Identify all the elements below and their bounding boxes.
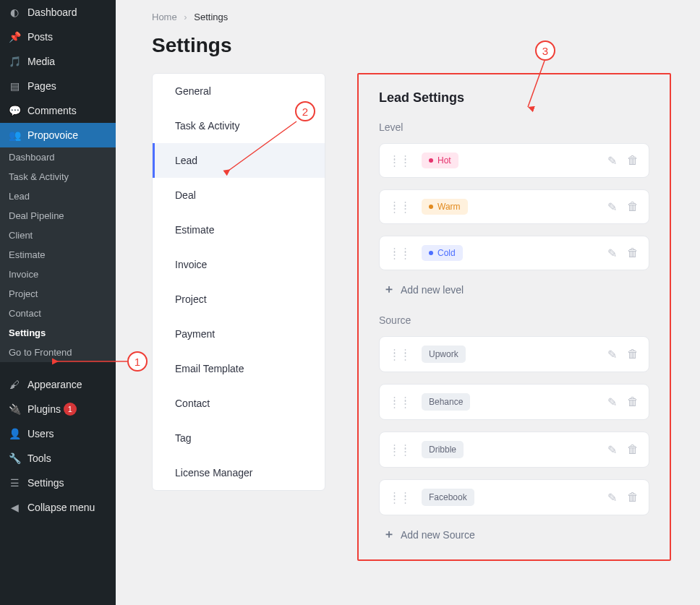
- tab-deal[interactable]: Deal: [153, 178, 325, 213]
- level-pill: Cold: [422, 245, 463, 261]
- plus-icon: ＋: [383, 282, 395, 297]
- level-item-cold: Cold ✎ 🗑: [379, 236, 649, 270]
- edit-icon[interactable]: ✎: [607, 395, 617, 409]
- edit-icon[interactable]: ✎: [607, 246, 617, 260]
- annotation-3: 3: [535, 40, 555, 61]
- menu-comments[interactable]: 💬Comments: [0, 98, 116, 123]
- user-icon: 👤: [7, 427, 22, 440]
- breadcrumb-home[interactable]: Home: [152, 12, 177, 22]
- dashboard-icon: ◐: [7, 6, 22, 19]
- menu-media[interactable]: 🎵Media: [0, 49, 116, 74]
- media-icon: 🎵: [7, 55, 22, 68]
- add-source-button[interactable]: ＋ Add new Source: [383, 527, 649, 542]
- wp-admin-sidebar: ◐Dashboard 📌Posts 🎵Media ▤Pages 💬Comment…: [0, 0, 116, 605]
- tab-contact[interactable]: Contact: [153, 386, 325, 421]
- edit-icon[interactable]: ✎: [607, 154, 617, 168]
- tab-invoice[interactable]: Invoice: [153, 247, 325, 282]
- collapse-icon: ◀: [7, 501, 22, 514]
- submenu-project[interactable]: Project: [0, 284, 116, 304]
- edit-icon[interactable]: ✎: [607, 200, 617, 214]
- submenu-frontend[interactable]: Go to Frontend: [0, 343, 116, 362]
- drag-handle-icon[interactable]: [390, 249, 411, 257]
- submenu-estimate[interactable]: Estimate: [0, 245, 116, 265]
- delete-icon[interactable]: 🗑: [627, 491, 639, 505]
- section-level-label: Level: [379, 121, 649, 133]
- drag-handle-icon[interactable]: [390, 446, 411, 453]
- delete-icon[interactable]: 🗑: [627, 395, 639, 409]
- settings-tabs: General Task & Activity Lead Deal Estima…: [152, 73, 325, 491]
- source-pill: Upwork: [422, 346, 466, 363]
- brush-icon: 🖌: [7, 378, 22, 391]
- menu-appearance[interactable]: 🖌Appearance: [0, 372, 116, 397]
- source-item: Dribble ✎ 🗑: [379, 432, 649, 468]
- tab-license-manager[interactable]: License Manager: [153, 455, 325, 490]
- tab-estimate[interactable]: Estimate: [153, 213, 325, 247]
- dot-icon: [429, 158, 433, 163]
- submenu-settings[interactable]: Settings: [0, 323, 116, 343]
- drag-handle-icon[interactable]: [390, 398, 411, 406]
- menu-propovoice[interactable]: 👥Propovoice: [0, 123, 116, 147]
- add-level-button[interactable]: ＋ Add new level: [383, 282, 649, 297]
- source-pill: Behance: [422, 393, 470, 411]
- drag-handle-icon[interactable]: [390, 351, 411, 358]
- propovoice-submenu: Dashboard Task & Activity Lead Deal Pipe…: [0, 147, 116, 362]
- pages-icon: ▤: [7, 80, 22, 93]
- source-item: Facebook ✎ 🗑: [379, 479, 649, 515]
- edit-icon[interactable]: ✎: [607, 491, 617, 505]
- tab-payment[interactable]: Payment: [153, 317, 325, 351]
- breadcrumb-current: Settings: [194, 12, 228, 22]
- menu-plugins[interactable]: 🔌Plugins1: [0, 397, 116, 421]
- delete-icon[interactable]: 🗑: [627, 443, 639, 457]
- wp-menu: ◐Dashboard 📌Posts 🎵Media ▤Pages 💬Comment…: [0, 0, 116, 147]
- tab-email-template[interactable]: Email Template: [153, 351, 325, 386]
- submenu-contact[interactable]: Contact: [0, 304, 116, 323]
- source-item: Upwork ✎ 🗑: [379, 336, 649, 372]
- delete-icon[interactable]: 🗑: [627, 246, 639, 260]
- delete-icon[interactable]: 🗑: [627, 348, 639, 361]
- content: Home › Settings Settings General Task & …: [116, 0, 700, 605]
- submenu-client[interactable]: Client: [0, 226, 116, 245]
- menu-settings[interactable]: ☰Settings: [0, 471, 116, 495]
- submenu-task-activity[interactable]: Task & Activity: [0, 167, 116, 186]
- delete-icon[interactable]: 🗑: [627, 154, 639, 168]
- delete-icon[interactable]: 🗑: [627, 200, 639, 214]
- menu-tools[interactable]: 🔧Tools: [0, 446, 116, 471]
- drag-handle-icon[interactable]: [390, 157, 411, 164]
- comments-icon: 💬: [7, 104, 22, 117]
- drag-handle-icon[interactable]: [390, 203, 411, 210]
- drag-handle-icon[interactable]: [390, 494, 411, 501]
- menu-pages[interactable]: ▤Pages: [0, 74, 116, 98]
- source-pill: Facebook: [422, 489, 474, 506]
- submenu-dashboard[interactable]: Dashboard: [0, 147, 116, 167]
- pin-icon: 📌: [7, 30, 22, 43]
- tab-project[interactable]: Project: [153, 282, 325, 317]
- annotation-2: 2: [295, 101, 315, 121]
- level-pill: Warm: [422, 199, 468, 215]
- menu-dashboard[interactable]: ◐Dashboard: [0, 0, 116, 25]
- tab-tag[interactable]: Tag: [153, 421, 325, 455]
- annotation-1: 1: [127, 351, 148, 372]
- lead-settings-panel: Lead Settings Level Hot ✎ 🗑: [357, 73, 671, 561]
- section-source-label: Source: [379, 314, 649, 326]
- dot-icon: [429, 251, 433, 255]
- edit-icon[interactable]: ✎: [607, 443, 617, 457]
- submenu-lead[interactable]: Lead: [0, 186, 116, 206]
- tab-lead[interactable]: Lead: [153, 143, 325, 178]
- dot-icon: [429, 205, 433, 209]
- plug-icon: 🔌: [7, 403, 22, 416]
- breadcrumb-sep: ›: [184, 12, 187, 22]
- wrench-icon: 🔧: [7, 452, 22, 465]
- source-pill: Dribble: [422, 441, 464, 458]
- submenu-invoice[interactable]: Invoice: [0, 265, 116, 284]
- menu-posts[interactable]: 📌Posts: [0, 25, 116, 49]
- sliders-icon: ☰: [7, 476, 22, 489]
- source-item: Behance ✎ 🗑: [379, 384, 649, 420]
- level-item-warm: Warm ✎ 🗑: [379, 189, 649, 224]
- plugin-badge: 1: [64, 403, 77, 416]
- menu-collapse[interactable]: ◀Collapse menu: [0, 495, 116, 520]
- submenu-deal-pipeline[interactable]: Deal Pipeline: [0, 206, 116, 226]
- edit-icon[interactable]: ✎: [607, 348, 617, 361]
- wp-menu-bottom: 🖌Appearance 🔌Plugins1 👤Users 🔧Tools ☰Set…: [0, 372, 116, 520]
- menu-users[interactable]: 👤Users: [0, 421, 116, 446]
- breadcrumb: Home › Settings: [152, 12, 671, 22]
